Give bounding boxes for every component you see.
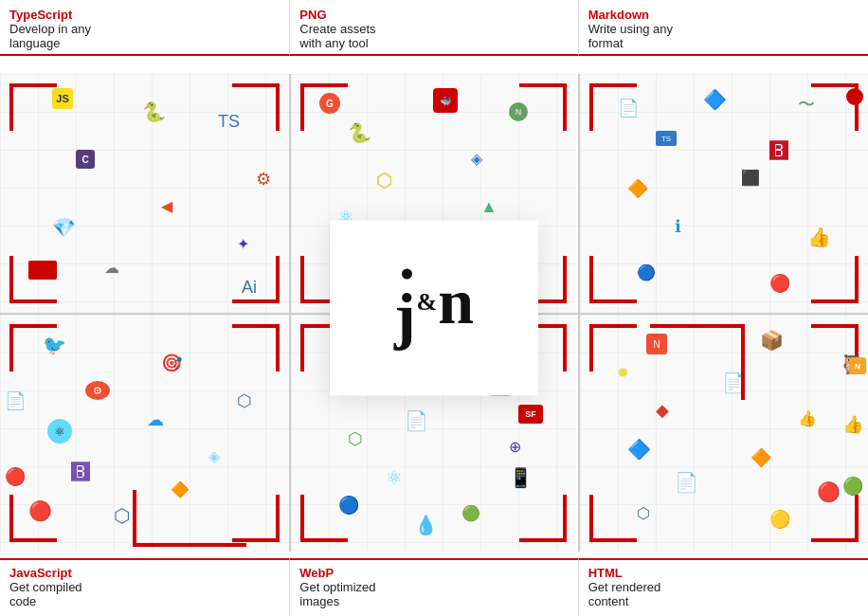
git2-icon-tr: 👍 — [807, 226, 831, 248]
red-left-br — [741, 324, 745, 400]
red-dot-tr — [846, 88, 863, 105]
vue3-icon-br: 👍 — [798, 409, 817, 427]
red-shape-tl — [28, 261, 57, 280]
logo-ampersand: & — [417, 290, 438, 315]
node3-icon-bc: ⬡ — [348, 428, 363, 449]
ts-icon-tl: TS — [218, 112, 240, 132]
logo-j: j — [394, 283, 416, 348]
footer-desc2-line2: images — [299, 594, 568, 608]
angular-icon-bl: 🔴 — [28, 499, 52, 522]
ruby-icon-tl: 💎 — [52, 216, 76, 239]
ts2-icon-tc: ◈ — [471, 150, 482, 168]
footer-desc2-line1: Get optimized — [299, 580, 568, 594]
docker3-icon-tr: ℹ — [675, 216, 681, 237]
wp-icon-bc: 💧 — [414, 514, 438, 536]
footer-lang-3: HTML — [588, 566, 859, 580]
python-icon-tl: 🐍 — [142, 100, 166, 123]
header-desc2-line1: Create assets — [299, 22, 568, 36]
header-desc2-line2: with any tool — [299, 36, 568, 50]
ts8-icon-br: 📦 — [760, 329, 784, 352]
rust-icon-tl: ⚙ — [256, 169, 271, 190]
bootstrap-icon-bl: 🅱 — [71, 462, 90, 483]
bracket-bl-br — [589, 495, 637, 542]
n-box-br: N — [849, 357, 866, 374]
header-col3: Markdown Write using any format — [579, 0, 868, 56]
html-icon-tl: ◀ — [161, 197, 172, 215]
graphql-icon-tr: 🔶 — [627, 178, 648, 199]
red-vert-bl — [133, 490, 136, 547]
bracket-tl-br — [589, 324, 637, 371]
py4-icon-br: ⬡ — [637, 504, 650, 522]
header-lang-1: TypeScript — [9, 8, 280, 22]
logo-dot — [402, 269, 412, 280]
ts6-icon-bl: ⬡ — [114, 504, 130, 527]
git4-icon-bc: 🔵 — [338, 495, 359, 516]
git-icon-tc: G — [319, 93, 340, 114]
docker-icon-tc: 🐳 — [433, 88, 458, 113]
footer-desc1-line2: code — [9, 594, 280, 608]
quadrant-top-left: JS 🐍 TS C ⚙ ◀ 💎 ✦ ☁ Ai — [0, 74, 289, 313]
sf-badge-bc: SF — [518, 405, 543, 424]
header-desc1-line1: Develop in any — [9, 22, 280, 36]
misc3-icon-tr: ⬛ — [741, 169, 760, 187]
header-desc3-line1: Write using any — [588, 22, 859, 36]
red-top-br — [650, 324, 745, 328]
bracket-tl-tl — [9, 83, 57, 131]
header-desc1-line2: language — [9, 36, 280, 50]
vue2-icon-bc: 📱 — [509, 466, 533, 489]
docker4-icon-bl: ☁ — [147, 409, 164, 430]
eslint-icon-tl: ✦ — [237, 235, 249, 253]
node2-icon-tr: 〜 — [798, 93, 815, 116]
rust4-icon-br: 🔶 — [750, 447, 771, 468]
bootstrap2-icon-br: 🔷 — [627, 438, 651, 461]
quadrant-bottom-left: 🐦 🎯 ⚙ ⬡ ⚛ ☁ ◈ 🅱 🔶 🔴 ⬡ 📄 🔴 — [0, 315, 289, 552]
git5-icon-br: N — [646, 334, 667, 354]
docker6-icon-br: 📄 — [675, 471, 698, 494]
jest-icon-tr: 🅱 — [769, 140, 788, 162]
react2-icon-bl: ⚛ — [47, 419, 72, 444]
docker5-icon-bc: 🟢 — [461, 504, 480, 522]
redis2-icon-tr: 📄 — [618, 98, 639, 118]
red3-icon-br: 🔴 — [817, 480, 841, 503]
css-icon-tl: C — [76, 150, 95, 169]
quadrant-top-right: 📄 🔷 〜 TS 🅱 🔶 ⬛ ℹ 👍 🔵 🔴 — [580, 74, 868, 313]
redis4-icon-br: ◆ — [656, 400, 669, 421]
footer-desc3-line1: Get rendered — [588, 580, 859, 594]
ts5-icon-bl: ⬡ — [237, 390, 252, 411]
footer-desc3-line2: content — [588, 594, 859, 608]
py2-icon-bl: 🐦 — [43, 334, 66, 356]
jest2-icon-bl: 🎯 — [161, 353, 182, 373]
js5-icon-br: 🟡 — [769, 509, 790, 530]
logo-container: j & n — [330, 221, 538, 396]
logo-n: n — [438, 269, 474, 334]
quadrant-bottom-right: N 📦 ● 📄 ◆ 👍 🔷 🔶 📄 🔴 ⬡ 🟡 🦉 👍 🟢 N — [580, 315, 868, 552]
header-lang-3: Markdown — [588, 8, 859, 22]
vue-icon-tc: ▲ — [480, 197, 497, 217]
ai-icon-tl: Ai — [242, 278, 257, 298]
bracket-br-bc — [519, 495, 567, 542]
react3-icon-bc: ⚛ — [386, 466, 403, 489]
misc-icon-tl: ☁ — [104, 259, 119, 277]
footer-col1: JavaScript Get compiled code — [0, 558, 289, 616]
js4-icon-br: ● — [618, 362, 628, 382]
ts4-icon-tr: TS — [656, 131, 677, 146]
eslint2-icon-bc: ⊕ — [509, 438, 521, 456]
webpack-icon-bl: ◈ — [208, 447, 220, 465]
red-line-bl — [133, 543, 246, 547]
node-icon-tc: N — [509, 102, 528, 121]
js-icon-tl: JS — [52, 88, 73, 109]
header-desc3-line2: format — [588, 36, 859, 50]
ts7-icon-bc: 📄 — [405, 409, 428, 432]
header-lang-2: PNG — [299, 8, 568, 22]
header-col2: PNG Create assets with any tool — [289, 0, 578, 56]
node4-icon-br: 🟢 — [842, 476, 863, 497]
bracket-tr-bl — [232, 324, 280, 371]
py-icon-tr: 🔵 — [637, 263, 656, 281]
footer-lang-1: JavaScript — [9, 566, 280, 580]
rust2-icon-bl: 🔶 — [171, 480, 190, 498]
ts9-icon-br: 👍 — [842, 414, 863, 435]
git3-icon-bl: ⚙ — [85, 381, 110, 400]
ts3-icon-tr: 🔷 — [703, 88, 727, 111]
footer-desc1-line1: Get compiled — [9, 580, 280, 594]
header-col1: TypeScript Develop in any language — [0, 0, 289, 56]
